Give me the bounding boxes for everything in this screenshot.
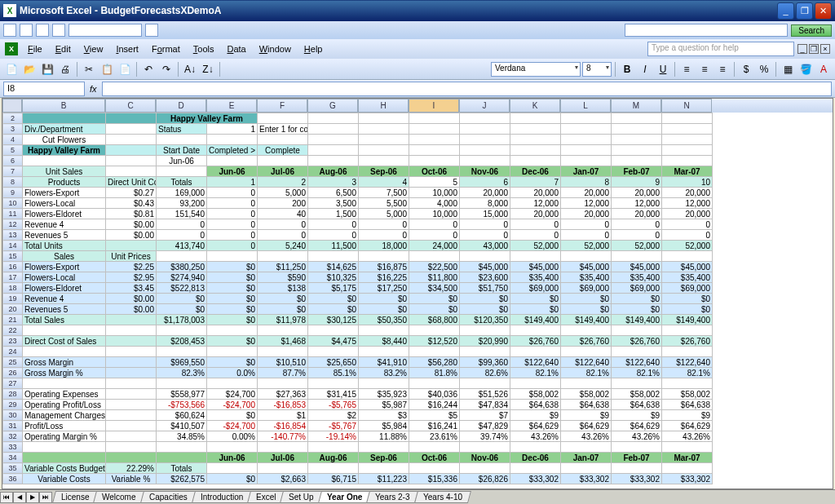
- cell[interactable]: 12,000: [612, 198, 662, 209]
- cell[interactable]: $16,244: [409, 400, 460, 410]
- cell[interactable]: $0: [207, 410, 258, 421]
- row-header[interactable]: 21: [3, 315, 23, 325]
- cell[interactable]: $68,800: [409, 315, 460, 325]
- cell[interactable]: $0: [359, 294, 409, 304]
- cell[interactable]: $33,302: [662, 474, 713, 484]
- cell[interactable]: $25,650: [308, 357, 359, 368]
- cell[interactable]: $8,440: [359, 336, 409, 347]
- cell[interactable]: 0: [662, 219, 713, 230]
- cell[interactable]: [258, 463, 308, 474]
- help-search-box[interactable]: Type a question for help: [647, 42, 794, 56]
- cell[interactable]: Mar-07: [662, 453, 713, 463]
- cell[interactable]: $33,302: [510, 474, 561, 484]
- row-header[interactable]: 23: [3, 336, 23, 347]
- cell[interactable]: $0.43: [106, 198, 157, 209]
- cell[interactable]: Happy Valley Farm: [23, 145, 106, 156]
- cell[interactable]: $45,000: [510, 262, 561, 272]
- cell[interactable]: $33,302: [612, 474, 662, 484]
- tab-prev-icon[interactable]: ◀: [13, 492, 26, 503]
- sheet-tab-welcome[interactable]: Welcome: [93, 491, 145, 503]
- cell[interactable]: [23, 156, 106, 166]
- cell[interactable]: Feb-07: [612, 453, 662, 463]
- cell[interactable]: [308, 124, 359, 135]
- row-header[interactable]: 3: [3, 124, 23, 135]
- cell[interactable]: $50,350: [359, 315, 409, 325]
- cell[interactable]: [359, 378, 409, 389]
- cell[interactable]: Flowers-Export: [23, 262, 106, 272]
- cell[interactable]: Direct Unit Cost: [106, 177, 157, 188]
- row-header[interactable]: 34: [3, 453, 23, 463]
- cell[interactable]: $64,638: [510, 400, 561, 410]
- cell[interactable]: $5,984: [359, 421, 409, 431]
- sheet-tab-license[interactable]: License: [52, 491, 98, 503]
- cell[interactable]: [510, 463, 561, 474]
- cell[interactable]: [258, 442, 308, 453]
- cell[interactable]: 1,500: [308, 209, 359, 219]
- col-header-M[interactable]: M: [611, 99, 661, 113]
- row-header[interactable]: 14: [3, 241, 23, 251]
- cell[interactable]: 43.26%: [510, 431, 561, 442]
- select-all-corner[interactable]: [2, 99, 22, 113]
- cell[interactable]: [308, 145, 359, 156]
- cell[interactable]: $149,400: [561, 315, 612, 325]
- cell[interactable]: [106, 400, 157, 410]
- cell[interactable]: $1: [258, 410, 308, 421]
- cell[interactable]: 20,000: [612, 209, 662, 219]
- cell[interactable]: [612, 135, 662, 145]
- cell[interactable]: [106, 347, 157, 357]
- cell[interactable]: $0.00: [106, 219, 157, 230]
- cell[interactable]: $30,125: [308, 315, 359, 325]
- cell[interactable]: [157, 251, 207, 262]
- cell[interactable]: 0: [308, 230, 359, 241]
- cell[interactable]: Dec-06: [510, 453, 561, 463]
- cell[interactable]: 43.26%: [662, 431, 713, 442]
- cell[interactable]: 0: [359, 230, 409, 241]
- cell[interactable]: $9: [510, 410, 561, 421]
- cell[interactable]: $58,002: [612, 389, 662, 400]
- cell[interactable]: Operating Expenses: [23, 389, 106, 400]
- cell[interactable]: [106, 410, 157, 421]
- row-header[interactable]: 11: [3, 209, 23, 219]
- menu-edit[interactable]: Edit: [49, 42, 77, 56]
- cell[interactable]: [561, 135, 612, 145]
- cell[interactable]: $2.25: [106, 262, 157, 272]
- col-header-N[interactable]: N: [661, 99, 712, 113]
- row-header[interactable]: 25: [3, 357, 23, 368]
- cell[interactable]: Jan-07: [561, 166, 612, 177]
- align-left-icon[interactable]: ≡: [678, 61, 695, 77]
- cell[interactable]: Oct-06: [409, 166, 460, 177]
- cell[interactable]: $410,507: [157, 421, 207, 431]
- cell[interactable]: $27,363: [258, 389, 308, 400]
- cell[interactable]: 81.8%: [409, 368, 460, 378]
- cell[interactable]: [207, 325, 258, 336]
- cell[interactable]: $11,800: [409, 272, 460, 283]
- cell[interactable]: $138: [258, 283, 308, 294]
- cell[interactable]: $14,625: [308, 262, 359, 272]
- cell[interactable]: $969,550: [157, 357, 207, 368]
- cell[interactable]: $33,302: [561, 474, 612, 484]
- cell[interactable]: $0: [510, 294, 561, 304]
- cell[interactable]: -$5,765: [308, 400, 359, 410]
- col-header-F[interactable]: F: [257, 99, 307, 113]
- cell[interactable]: 8: [561, 177, 612, 188]
- cell[interactable]: $64,638: [662, 400, 713, 410]
- cell[interactable]: [561, 145, 612, 156]
- cell[interactable]: 0: [409, 219, 460, 230]
- cell[interactable]: [510, 113, 561, 124]
- cell[interactable]: 0: [207, 219, 258, 230]
- cell[interactable]: [460, 113, 510, 124]
- cell[interactable]: $149,400: [612, 315, 662, 325]
- italic-icon[interactable]: I: [637, 61, 653, 77]
- row-header[interactable]: 33: [3, 442, 23, 453]
- row-header[interactable]: 15: [3, 251, 23, 262]
- cell[interactable]: [409, 124, 460, 135]
- col-header-L[interactable]: L: [560, 99, 611, 113]
- cell[interactable]: 200: [258, 198, 308, 209]
- cell[interactable]: [662, 145, 713, 156]
- cell[interactable]: [106, 378, 157, 389]
- col-header-H[interactable]: H: [358, 99, 409, 113]
- cell[interactable]: 5,000: [359, 209, 409, 219]
- cell[interactable]: $0: [308, 304, 359, 315]
- cell[interactable]: [157, 378, 207, 389]
- cell[interactable]: Flowers-Eldoret: [23, 209, 106, 219]
